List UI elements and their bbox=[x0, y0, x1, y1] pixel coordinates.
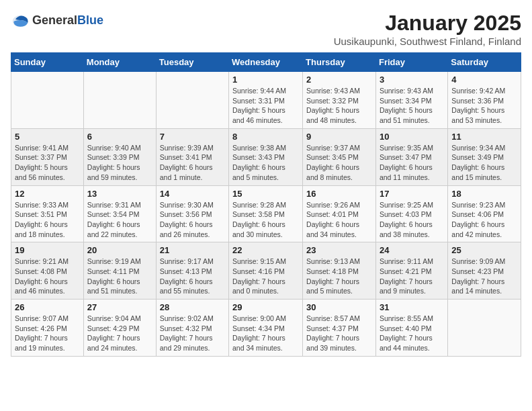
day-number: 18 bbox=[451, 189, 517, 199]
day-detail: Sunrise: 9:23 AM Sunset: 4:06 PM Dayligh… bbox=[451, 200, 517, 240]
day-number: 15 bbox=[232, 189, 299, 199]
day-detail: Sunrise: 9:17 AM Sunset: 4:13 PM Dayligh… bbox=[160, 257, 225, 296]
day-number: 20 bbox=[87, 245, 152, 255]
day-detail: Sunrise: 8:55 AM Sunset: 4:40 PM Dayligh… bbox=[380, 314, 444, 353]
day-number: 7 bbox=[160, 132, 225, 142]
day-number: 28 bbox=[160, 302, 225, 312]
day-detail: Sunrise: 9:28 AM Sunset: 3:58 PM Dayligh… bbox=[232, 200, 299, 240]
calendar-cell: 29Sunrise: 9:00 AM Sunset: 4:34 PM Dayli… bbox=[229, 300, 303, 357]
column-header-friday: Friday bbox=[375, 53, 447, 72]
day-number: 30 bbox=[306, 302, 372, 312]
calendar-cell: 15Sunrise: 9:28 AM Sunset: 3:58 PM Dayli… bbox=[229, 185, 303, 242]
column-header-tuesday: Tuesday bbox=[156, 53, 228, 72]
column-header-wednesday: Wednesday bbox=[229, 53, 303, 72]
calendar-cell: 22Sunrise: 9:15 AM Sunset: 4:16 PM Dayli… bbox=[229, 242, 303, 300]
calendar-cell: 6Sunrise: 9:40 AM Sunset: 3:39 PM Daylig… bbox=[83, 128, 156, 185]
calendar-cell: 3Sunrise: 9:43 AM Sunset: 3:34 PM Daylig… bbox=[375, 72, 447, 129]
day-detail: Sunrise: 9:35 AM Sunset: 3:47 PM Dayligh… bbox=[380, 143, 444, 183]
calendar-week-row: 1Sunrise: 9:44 AM Sunset: 3:31 PM Daylig… bbox=[11, 72, 521, 129]
day-number: 1 bbox=[232, 75, 299, 85]
day-detail: Sunrise: 9:43 AM Sunset: 3:34 PM Dayligh… bbox=[380, 86, 444, 126]
calendar-cell: 21Sunrise: 9:17 AM Sunset: 4:13 PM Dayli… bbox=[156, 242, 228, 300]
day-detail: Sunrise: 9:30 AM Sunset: 3:56 PM Dayligh… bbox=[160, 200, 225, 240]
calendar-cell bbox=[83, 72, 156, 129]
calendar-table: SundayMondayTuesdayWednesdayThursdayFrid… bbox=[11, 52, 521, 357]
day-number: 6 bbox=[87, 132, 152, 142]
column-header-monday: Monday bbox=[83, 53, 156, 72]
calendar-cell: 7Sunrise: 9:39 AM Sunset: 3:41 PM Daylig… bbox=[156, 128, 228, 185]
calendar-cell: 14Sunrise: 9:30 AM Sunset: 3:56 PM Dayli… bbox=[156, 185, 228, 242]
calendar-cell: 4Sunrise: 9:42 AM Sunset: 3:36 PM Daylig… bbox=[448, 72, 521, 129]
calendar-cell: 1Sunrise: 9:44 AM Sunset: 3:31 PM Daylig… bbox=[229, 72, 303, 129]
day-detail: Sunrise: 9:43 AM Sunset: 3:32 PM Dayligh… bbox=[306, 86, 372, 126]
column-header-sunday: Sunday bbox=[11, 53, 84, 72]
day-number: 12 bbox=[15, 189, 80, 199]
calendar-cell: 23Sunrise: 9:13 AM Sunset: 4:18 PM Dayli… bbox=[303, 242, 376, 300]
day-number: 16 bbox=[306, 189, 372, 199]
day-detail: Sunrise: 9:25 AM Sunset: 4:03 PM Dayligh… bbox=[380, 200, 444, 240]
day-number: 17 bbox=[380, 189, 444, 199]
title-area: January 2025 Uusikaupunki, Southwest Fin… bbox=[334, 11, 521, 47]
calendar-cell: 26Sunrise: 9:07 AM Sunset: 4:26 PM Dayli… bbox=[11, 300, 84, 357]
day-number: 8 bbox=[232, 132, 299, 142]
day-number: 11 bbox=[451, 132, 517, 142]
day-detail: Sunrise: 9:34 AM Sunset: 3:49 PM Dayligh… bbox=[451, 143, 517, 183]
logo-text: GeneralBlue bbox=[32, 13, 103, 28]
calendar-cell: 28Sunrise: 9:02 AM Sunset: 4:32 PM Dayli… bbox=[156, 300, 228, 357]
day-number: 24 bbox=[380, 245, 444, 255]
calendar-header-row: SundayMondayTuesdayWednesdayThursdayFrid… bbox=[11, 53, 521, 72]
calendar-cell: 17Sunrise: 9:25 AM Sunset: 4:03 PM Dayli… bbox=[375, 185, 447, 242]
day-number: 31 bbox=[380, 302, 444, 312]
calendar-cell: 16Sunrise: 9:26 AM Sunset: 4:01 PM Dayli… bbox=[303, 185, 376, 242]
day-number: 9 bbox=[306, 132, 372, 142]
day-detail: Sunrise: 9:42 AM Sunset: 3:36 PM Dayligh… bbox=[451, 86, 517, 126]
calendar-cell: 5Sunrise: 9:41 AM Sunset: 3:37 PM Daylig… bbox=[11, 128, 84, 185]
day-detail: Sunrise: 9:44 AM Sunset: 3:31 PM Dayligh… bbox=[232, 86, 299, 126]
day-detail: Sunrise: 9:04 AM Sunset: 4:29 PM Dayligh… bbox=[87, 314, 152, 353]
day-number: 13 bbox=[87, 189, 152, 199]
day-number: 25 bbox=[451, 245, 517, 255]
day-detail: Sunrise: 9:07 AM Sunset: 4:26 PM Dayligh… bbox=[15, 314, 80, 353]
day-number: 22 bbox=[232, 245, 299, 255]
calendar-week-row: 5Sunrise: 9:41 AM Sunset: 3:37 PM Daylig… bbox=[11, 128, 521, 185]
calendar-cell: 27Sunrise: 9:04 AM Sunset: 4:29 PM Dayli… bbox=[83, 300, 156, 357]
logo-blue: Blue bbox=[77, 13, 103, 27]
calendar-cell bbox=[11, 72, 84, 129]
location-title: Uusikaupunki, Southwest Finland, Finland bbox=[334, 36, 521, 47]
day-number: 4 bbox=[451, 75, 517, 85]
day-number: 23 bbox=[306, 245, 372, 255]
calendar-cell: 8Sunrise: 9:38 AM Sunset: 3:43 PM Daylig… bbox=[229, 128, 303, 185]
day-detail: Sunrise: 9:37 AM Sunset: 3:45 PM Dayligh… bbox=[306, 143, 372, 183]
calendar-cell: 2Sunrise: 9:43 AM Sunset: 3:32 PM Daylig… bbox=[303, 72, 376, 129]
logo: GeneralBlue bbox=[11, 11, 103, 30]
column-header-thursday: Thursday bbox=[303, 53, 376, 72]
month-title: January 2025 bbox=[334, 11, 521, 36]
calendar-cell bbox=[156, 72, 228, 129]
day-detail: Sunrise: 9:33 AM Sunset: 3:51 PM Dayligh… bbox=[15, 200, 80, 240]
day-detail: Sunrise: 9:31 AM Sunset: 3:54 PM Dayligh… bbox=[87, 200, 152, 240]
day-detail: Sunrise: 9:39 AM Sunset: 3:41 PM Dayligh… bbox=[160, 143, 225, 183]
day-number: 3 bbox=[380, 75, 444, 85]
day-number: 27 bbox=[87, 302, 152, 312]
logo-icon bbox=[11, 11, 30, 30]
calendar-week-row: 19Sunrise: 9:21 AM Sunset: 4:08 PM Dayli… bbox=[11, 242, 521, 300]
calendar-week-row: 12Sunrise: 9:33 AM Sunset: 3:51 PM Dayli… bbox=[11, 185, 521, 242]
day-detail: Sunrise: 9:11 AM Sunset: 4:21 PM Dayligh… bbox=[380, 257, 444, 296]
calendar-cell: 20Sunrise: 9:19 AM Sunset: 4:11 PM Dayli… bbox=[83, 242, 156, 300]
page-header: GeneralBlue January 2025 Uusikaupunki, S… bbox=[11, 11, 521, 47]
day-detail: Sunrise: 9:21 AM Sunset: 4:08 PM Dayligh… bbox=[15, 257, 80, 296]
calendar-cell: 24Sunrise: 9:11 AM Sunset: 4:21 PM Dayli… bbox=[375, 242, 447, 300]
day-number: 14 bbox=[160, 189, 225, 199]
calendar-cell: 19Sunrise: 9:21 AM Sunset: 4:08 PM Dayli… bbox=[11, 242, 84, 300]
day-detail: Sunrise: 9:41 AM Sunset: 3:37 PM Dayligh… bbox=[15, 143, 80, 183]
calendar-cell: 11Sunrise: 9:34 AM Sunset: 3:49 PM Dayli… bbox=[448, 128, 521, 185]
day-detail: Sunrise: 9:40 AM Sunset: 3:39 PM Dayligh… bbox=[87, 143, 152, 183]
day-number: 29 bbox=[232, 302, 299, 312]
calendar-cell: 31Sunrise: 8:55 AM Sunset: 4:40 PM Dayli… bbox=[375, 300, 447, 357]
logo-general: General bbox=[32, 13, 77, 27]
day-detail: Sunrise: 9:15 AM Sunset: 4:16 PM Dayligh… bbox=[232, 257, 299, 296]
day-number: 5 bbox=[15, 132, 80, 142]
calendar-cell: 30Sunrise: 8:57 AM Sunset: 4:37 PM Dayli… bbox=[303, 300, 376, 357]
calendar-cell: 12Sunrise: 9:33 AM Sunset: 3:51 PM Dayli… bbox=[11, 185, 84, 242]
calendar-cell: 18Sunrise: 9:23 AM Sunset: 4:06 PM Dayli… bbox=[448, 185, 521, 242]
